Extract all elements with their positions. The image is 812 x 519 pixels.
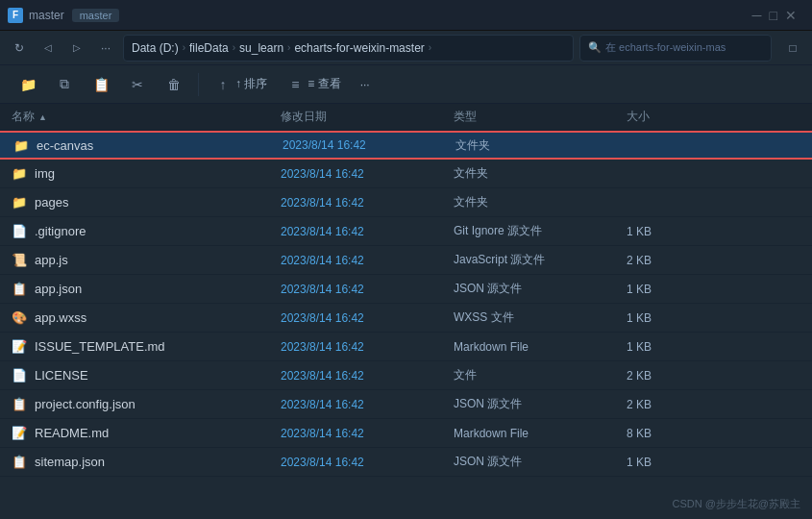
file-icon: 📁 — [12, 195, 27, 210]
app-icon: F — [8, 8, 23, 23]
file-date: 2023/8/14 16:42 — [281, 254, 454, 267]
table-row[interactable]: 📋 project.config.json 2023/8/14 16:42 JS… — [0, 390, 812, 419]
file-date: 2023/8/14 16:42 — [281, 167, 454, 181]
delete-btn[interactable]: 🗑 — [158, 69, 190, 100]
col-type-header[interactable]: 类型 — [454, 109, 627, 125]
col-date-header[interactable]: 修改日期 — [281, 109, 454, 125]
table-row[interactable]: 🎨 app.wxss 2023/8/14 16:42 WXSS 文件 1 KB — [0, 304, 812, 333]
col-size-header[interactable]: 大小 — [627, 109, 723, 125]
paste-icon: 📋 — [92, 76, 110, 93]
window-toggle-btn[interactable]: □ — [781, 37, 804, 60]
table-row[interactable]: 📄 .gitignore 2023/8/14 16:42 Git Ignore … — [0, 217, 812, 246]
breadcrumb-data[interactable]: Data (D:) — [132, 41, 179, 55]
file-date: 2023/8/14 16:42 — [281, 283, 454, 296]
col-name-header[interactable]: 名称 ▲ — [12, 109, 281, 125]
breadcrumb-filedata[interactable]: fileData — [189, 41, 229, 55]
table-row[interactable]: 📁 pages 2023/8/14 16:42 文件夹 — [0, 188, 812, 217]
breadcrumb-sulearn[interactable]: su_learn — [239, 41, 283, 55]
search-box[interactable]: 🔍 在 echarts-for-weixin-mas — [579, 35, 772, 62]
file-name-label: sitemap.json — [35, 455, 105, 469]
new-folder-btn[interactable]: 📁 — [12, 69, 44, 100]
paste-btn[interactable]: 📋 — [85, 69, 117, 100]
file-name-label: project.config.json — [35, 397, 135, 411]
file-type: 文件夹 — [454, 194, 627, 210]
file-name-label: ec-canvas — [37, 138, 93, 153]
window-controls: ─ □ ✕ — [752, 8, 797, 23]
file-date: 2023/8/14 16:42 — [281, 311, 454, 325]
file-date: 2023/8/14 16:42 — [281, 427, 454, 440]
table-row[interactable]: 📜 app.js 2023/8/14 16:42 JavaScript 源文件 … — [0, 246, 812, 275]
table-row[interactable]: 📝 ISSUE_TEMPLATE.md 2023/8/14 16:42 Mark… — [0, 333, 812, 361]
table-row[interactable]: 📋 app.json 2023/8/14 16:42 JSON 源文件 1 KB — [0, 275, 812, 304]
table-row[interactable]: 📝 README.md 2023/8/14 16:42 Markdown Fil… — [0, 419, 812, 448]
file-type: Markdown File — [454, 340, 627, 354]
file-name-label: pages — [35, 195, 68, 210]
file-size: 2 KB — [627, 369, 723, 383]
file-type: JSON 源文件 — [454, 454, 627, 470]
sort-label: ↑ 排序 — [235, 76, 267, 92]
file-type: 文件夹 — [455, 137, 628, 154]
file-size: 2 KB — [627, 398, 723, 411]
table-row[interactable]: 📋 sitemap.json 2023/8/14 16:42 JSON 源文件 … — [0, 448, 812, 477]
refresh-btn[interactable]: ↻ — [8, 37, 31, 60]
tab-label[interactable]: master — [72, 9, 120, 22]
file-name-label: LICENSE — [35, 368, 88, 383]
copy-icon: ⧉ — [56, 76, 73, 93]
watermark: CSDN @步步生花@苏殿主 — [672, 497, 800, 511]
file-rows: 📁 ec-canvas 2023/8/14 16:42 文件夹 📁 img 20… — [0, 131, 812, 477]
breadcrumb: Data (D:) › fileData › su_learn › echart… — [123, 35, 574, 62]
table-row[interactable]: 📁 ec-canvas 2023/8/14 16:42 文件夹 — [0, 131, 812, 160]
file-type: JavaScript 源文件 — [454, 252, 627, 268]
file-date: 2023/8/14 16:42 — [281, 369, 454, 383]
file-icon: 📋 — [12, 282, 27, 297]
file-name-label: .gitignore — [35, 224, 86, 238]
file-name-label: app.js — [35, 253, 68, 267]
file-date: 2023/8/14 16:42 — [283, 138, 455, 152]
table-row[interactable]: 📄 LICENSE 2023/8/14 16:42 文件 2 KB — [0, 361, 812, 390]
file-name-label: app.wxss — [35, 310, 86, 325]
file-icon: 📜 — [12, 253, 27, 268]
file-name-label: img — [35, 166, 55, 181]
copy-btn[interactable]: ⧉ — [48, 69, 81, 100]
file-name-label: ISSUE_TEMPLATE.md — [35, 339, 165, 354]
more-nav-btn[interactable]: ··· — [94, 37, 117, 60]
file-size: 1 KB — [627, 311, 723, 325]
toolbar: 📁 ⧉ 📋 ✂ 🗑 ↑ ↑ 排序 ≡ ≡ 查看 ··· — [0, 65, 812, 104]
view-icon: ≡ — [286, 76, 304, 93]
file-type: Markdown File — [454, 427, 627, 440]
more-btn[interactable]: ··· — [353, 69, 378, 100]
view-label: ≡ 查看 — [308, 76, 340, 92]
view-btn[interactable]: ≡ ≡ 查看 — [279, 69, 348, 100]
file-date: 2023/8/14 16:42 — [281, 456, 454, 469]
file-date: 2023/8/14 16:42 — [281, 196, 454, 210]
file-icon: 📁 — [12, 166, 27, 182]
forward-btn[interactable]: ▷ — [65, 37, 88, 60]
sort-icon: ↑ — [214, 76, 232, 93]
breadcrumb-sep-3: › — [287, 42, 290, 53]
file-type: JSON 源文件 — [454, 396, 627, 412]
back-btn[interactable]: ◁ — [37, 37, 60, 60]
file-type: 文件 — [454, 367, 627, 383]
file-icon: 🎨 — [12, 310, 27, 326]
file-type: Git Ignore 源文件 — [454, 223, 627, 239]
file-icon: 📋 — [12, 397, 27, 412]
file-size: 1 KB — [627, 283, 723, 296]
file-list-container: 名称 ▲ 修改日期 类型 大小 📁 ec-canvas 2023/8/14 16… — [0, 104, 812, 519]
file-size: 1 KB — [627, 456, 723, 469]
delete-icon: 🗑 — [165, 76, 183, 93]
breadcrumb-sep-2: › — [233, 42, 235, 53]
file-type: JSON 源文件 — [454, 281, 627, 297]
title-bar: F master master ─ □ ✕ — [0, 0, 812, 31]
file-list-header: 名称 ▲ 修改日期 类型 大小 — [0, 104, 812, 131]
file-name-label: app.json — [35, 282, 82, 296]
sort-btn[interactable]: ↑ ↑ 排序 — [207, 69, 275, 100]
address-bar: ↻ ◁ ▷ ··· Data (D:) › fileData › su_lear… — [0, 31, 812, 65]
breadcrumb-master[interactable]: echarts-for-weixin-master — [294, 41, 424, 55]
breadcrumb-sep-1: › — [183, 42, 185, 53]
toolbar-sep-1 — [198, 73, 199, 96]
window-title: master — [29, 9, 64, 22]
file-date: 2023/8/14 16:42 — [281, 398, 454, 411]
table-row[interactable]: 📁 img 2023/8/14 16:42 文件夹 — [0, 160, 812, 188]
file-size: 8 KB — [627, 427, 723, 440]
cut-btn[interactable]: ✂ — [121, 69, 154, 100]
